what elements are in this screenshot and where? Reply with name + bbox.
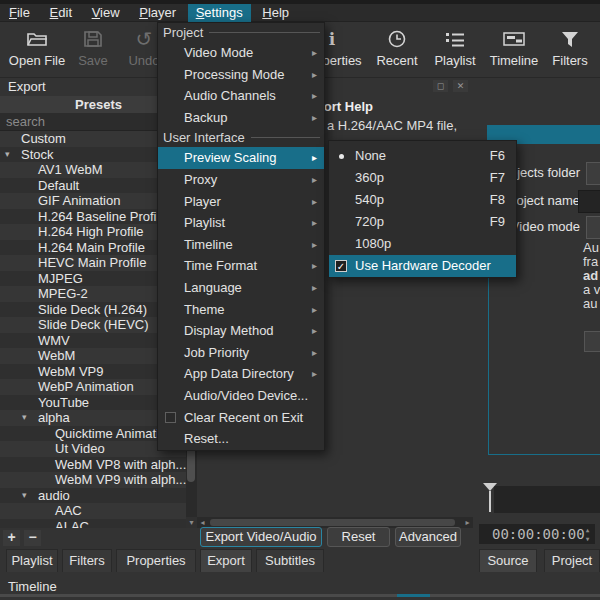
- radio-selected-icon: [339, 154, 344, 159]
- player-scrub-bar[interactable]: [494, 486, 600, 513]
- add-preset-button[interactable]: +: [3, 530, 20, 546]
- export-video-audio-button[interactable]: Export Video/Audio: [200, 527, 322, 547]
- menu-item-video-mode[interactable]: Video Mode▸: [158, 42, 324, 64]
- submenu-item-none[interactable]: NoneF6: [329, 145, 516, 167]
- submenu-arrow-icon: ▸: [312, 147, 317, 169]
- menu-view[interactable]: View: [84, 4, 128, 22]
- menu-item-timeline[interactable]: Timeline▸: [158, 234, 324, 256]
- menu-item-audio-channels[interactable]: Audio Channels▸: [158, 85, 324, 107]
- menu-item-theme[interactable]: Theme▸: [158, 299, 324, 321]
- submenu-arrow-icon: ▸: [312, 212, 317, 234]
- menubar: File Edit View Player Settings Help: [0, 4, 600, 22]
- video-mode-description-line: Au: [583, 240, 599, 255]
- settings-menu: Project Video Mode▸ Processing Mode▸ Aud…: [157, 22, 325, 451]
- submenu-arrow-icon: ▸: [312, 363, 317, 385]
- menu-item-reset[interactable]: Reset...: [158, 428, 324, 450]
- scroll-right-icon[interactable]: ▸: [462, 517, 473, 528]
- menu-item-language[interactable]: Language▸: [158, 277, 324, 299]
- save-button[interactable]: Save: [70, 25, 116, 75]
- menu-settings[interactable]: Settings: [188, 4, 251, 22]
- menu-item-player[interactable]: Player▸: [158, 191, 324, 213]
- spin-down-icon[interactable]: ▼: [582, 534, 593, 543]
- submenu-arrow-icon: ▸: [312, 85, 317, 107]
- menu-item-playlist[interactable]: Playlist▸: [158, 212, 324, 234]
- playhead-icon[interactable]: [483, 483, 497, 491]
- panel-splitter[interactable]: [0, 594, 600, 597]
- advanced-button[interactable]: Advanced: [395, 527, 461, 547]
- preset-item[interactable]: AAC: [0, 503, 186, 519]
- open-file-icon: [4, 25, 70, 53]
- spin-up-icon[interactable]: ▲: [582, 525, 593, 534]
- dock-float-button[interactable]: ◻: [433, 80, 448, 92]
- scroll-down-icon[interactable]: ▾: [186, 517, 197, 528]
- start-button[interactable]: [584, 331, 600, 352]
- tree-expanded-icon[interactable]: ▾: [5, 147, 10, 163]
- menu-item-job-priority[interactable]: Job Priority▸: [158, 342, 324, 364]
- video-mode-description-line: a v: [583, 282, 600, 297]
- video-mode-dropdown[interactable]: [586, 216, 600, 239]
- menu-item-proxy[interactable]: Proxy▸: [158, 169, 324, 191]
- menu-file[interactable]: File: [1, 4, 38, 22]
- tab-playlist[interactable]: Playlist: [6, 549, 58, 572]
- reset-button[interactable]: Reset: [327, 527, 390, 547]
- dock-close-button[interactable]: ✕: [453, 80, 468, 92]
- filters-icon: [544, 25, 596, 53]
- playlist-button[interactable]: Playlist: [426, 25, 484, 75]
- submenu-item-1080p[interactable]: 1080p: [329, 233, 516, 255]
- menu-item-display-method[interactable]: Display Method▸: [158, 320, 324, 342]
- menu-item-clear-recent-on-exit[interactable]: Clear Recent on Exit: [158, 407, 324, 429]
- tab-export[interactable]: Export: [200, 549, 252, 572]
- filters-button[interactable]: Filters: [544, 25, 596, 75]
- submenu-arrow-icon: ▸: [312, 255, 317, 277]
- recent-button[interactable]: Recent: [368, 25, 426, 75]
- submenu-item-360p[interactable]: 360pF7: [329, 167, 516, 189]
- save-icon: [70, 25, 116, 53]
- shortcut-label: F9: [490, 211, 505, 233]
- tree-expanded-icon[interactable]: ▾: [22, 488, 27, 504]
- submenu-item-540p[interactable]: 540pF8: [329, 189, 516, 211]
- remove-preset-button[interactable]: −: [24, 530, 41, 546]
- menu-item-backup[interactable]: Backup▸: [158, 107, 324, 129]
- checkbox-unchecked[interactable]: [165, 412, 176, 423]
- preview-scaling-submenu: NoneF6 360pF7 540pF8 720pF9 1080p ✓Use H…: [328, 140, 517, 278]
- menu-item-time-format[interactable]: Time Format▸: [158, 255, 324, 277]
- menu-player[interactable]: Player: [131, 4, 184, 22]
- tab-source[interactable]: Source: [479, 549, 537, 572]
- menu-item-preview-scaling[interactable]: Preview Scaling▸: [158, 147, 324, 169]
- submenu-arrow-icon: ▸: [312, 234, 317, 256]
- app-window: File Edit View Player Settings Help Open…: [0, 0, 600, 600]
- submenu-arrow-icon: ▸: [312, 107, 317, 129]
- tab-properties[interactable]: Properties: [116, 549, 196, 572]
- preset-item[interactable]: ▾audio: [0, 488, 186, 504]
- menu-item-audio-video-device[interactable]: Audio/Video Device...: [158, 385, 324, 407]
- close-icon: ✕: [457, 81, 465, 91]
- timeline-button[interactable]: Timeline: [484, 25, 544, 75]
- section-divider: [209, 32, 320, 33]
- projects-folder-control[interactable]: [586, 162, 600, 185]
- shortcut-label: F7: [490, 167, 505, 189]
- menu-edit[interactable]: Edit: [42, 4, 80, 22]
- menu-item-processing-mode[interactable]: Processing Mode▸: [158, 64, 324, 86]
- open-file-button[interactable]: Open File: [4, 25, 70, 75]
- submenu-item-720p[interactable]: 720pF9: [329, 211, 516, 233]
- tab-filters[interactable]: Filters: [62, 549, 112, 572]
- export-help-text: a H.264/AAC MP4 file,: [327, 118, 457, 133]
- timecode-display[interactable]: 00:00:00:00 ▲▼: [479, 524, 595, 544]
- submenu-arrow-icon: ▸: [312, 342, 317, 364]
- tab-subtitles[interactable]: Subtitles: [256, 549, 324, 572]
- menu-help[interactable]: Help: [254, 4, 297, 22]
- project-name-input[interactable]: [578, 190, 600, 213]
- menu-item-app-data-directory[interactable]: App Data Directory▸: [158, 363, 324, 385]
- scrollbar-thumb[interactable]: [210, 519, 455, 526]
- menu-section-project: Project: [158, 23, 324, 42]
- tree-expanded-icon[interactable]: ▾: [22, 410, 27, 426]
- submenu-item-use-hardware-decoder[interactable]: ✓Use Hardware Decoder: [329, 255, 516, 277]
- preset-item[interactable]: WebM VP9 with alph...: [0, 472, 186, 488]
- video-mode-description-line: au: [583, 296, 597, 311]
- splitter-handle[interactable]: [397, 594, 430, 597]
- tab-project[interactable]: Project: [544, 549, 600, 572]
- playhead-stem: [489, 491, 491, 512]
- preset-item[interactable]: WebM VP8 with alph...: [0, 457, 186, 473]
- preset-item[interactable]: ALAC: [0, 519, 186, 529]
- timecode-spinner[interactable]: ▲▼: [582, 525, 593, 543]
